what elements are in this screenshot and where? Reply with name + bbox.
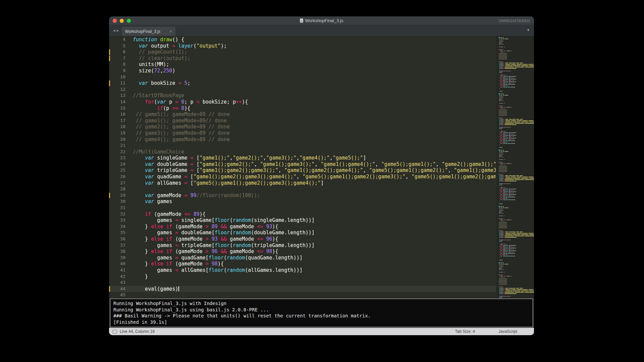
code-text: // game1(); gameMode=89// done — [125, 118, 227, 124]
code-line[interactable]: 17 // game1(); gameMode=89// done — [109, 118, 496, 124]
code-line[interactable]: 33 games = singleGame[floor(random(singl… — [109, 217, 496, 224]
console-output[interactable]: Running WorkshopFinal_3.js with Indesign… — [110, 299, 533, 327]
line-number: 38 — [109, 248, 125, 255]
forward-icon[interactable]: ▶ — [117, 29, 119, 32]
code-line[interactable]: 13//StartOfBookPage — [109, 93, 496, 99]
minimap-line — [498, 224, 533, 224]
code-line[interactable]: 44 eval(games) — [109, 286, 496, 292]
code-line[interactable]: 12 — [109, 86, 496, 93]
minimap-line — [498, 135, 533, 136]
code-text: var games — [125, 198, 172, 205]
minimap-line — [498, 89, 533, 90]
status-panel-icon[interactable] — [112, 330, 117, 334]
code-line[interactable]: 25 var tripleGame = ["game1();game2();ga… — [109, 167, 496, 174]
code-line[interactable]: 28 — [109, 186, 496, 192]
code-line[interactable]: 34 } else if (gameMode > 89 && gameMode … — [109, 224, 496, 230]
code-line[interactable]: 37 games = tripleGame[floor(random(tripl… — [109, 242, 496, 249]
code-line[interactable]: 22//MultiGameChoice — [109, 149, 496, 155]
minimap-line — [498, 203, 533, 204]
code-line[interactable]: 16 // game5(); gameMode=89 // done — [109, 111, 496, 118]
code-line[interactable]: 18 // game2(); gameMode=89 // done — [109, 124, 496, 130]
line-number: 26 — [109, 174, 125, 180]
tab-close-icon[interactable]: × — [169, 29, 172, 34]
code-line[interactable]: 5 var output = layer("output"); — [109, 43, 496, 49]
code-line[interactable]: 21 — [109, 142, 496, 149]
back-icon[interactable]: ◀ — [113, 29, 115, 32]
code-line[interactable]: 30 var games — [109, 198, 496, 205]
code-line[interactable]: 27 var allGames = ["game5();game1();game… — [109, 180, 496, 186]
code-line[interactable]: 7 // clear(output); — [109, 55, 496, 62]
minimap-line — [498, 230, 533, 231]
minimap-line — [498, 234, 533, 235]
tab-size-indicator[interactable]: Tab Size: 4 — [455, 329, 475, 334]
minimap-line — [498, 280, 533, 281]
minimap-line — [498, 91, 533, 92]
code-line[interactable]: 6 // pageCount(1); — [109, 49, 496, 55]
syntax-indicator[interactable]: JavaScript — [498, 329, 517, 334]
minimap-line — [498, 297, 533, 298]
code-line[interactable]: 26 var quadGame = ["game1();game2();game… — [109, 174, 496, 180]
minimap-line — [498, 246, 533, 247]
code-line[interactable]: 14 for(var p = 0; p < bookSize; p++){ — [109, 99, 496, 105]
minimap-line — [498, 75, 533, 75]
minimap-line — [498, 169, 533, 169]
code-line[interactable]: 35 games = doubleGame[floor(random(doubl… — [109, 230, 496, 236]
code-line[interactable]: 8 units(MM); — [109, 61, 496, 68]
minimap-line — [498, 65, 533, 66]
minimap-line — [498, 44, 533, 45]
code-text: } else if (gameMode > 93 && gameMode <= … — [125, 236, 278, 242]
line-number: 8 — [109, 61, 125, 68]
minimap-line — [498, 55, 533, 55]
code-line[interactable]: 11 var bookSize = 5; — [109, 80, 496, 86]
minimap-line — [498, 276, 533, 277]
code-line[interactable]: 24 var doubleGame = ["game1();game2();",… — [109, 161, 496, 168]
minimap-line — [498, 158, 533, 159]
line-number: 23 — [109, 155, 125, 161]
code-line[interactable]: 32 if (gameMode <= 89){ — [109, 211, 496, 218]
code-text: games = doubleGame[floor(random(doubleGa… — [125, 230, 315, 236]
minimap[interactable] — [496, 36, 534, 298]
minimap-line — [498, 265, 533, 266]
code-line[interactable]: 31 — [109, 205, 496, 211]
tab-workshopfinal3[interactable]: WorkshopFinal_3.js × — [122, 27, 175, 36]
minimap-line — [498, 108, 533, 109]
zoom-window-button[interactable] — [127, 19, 131, 23]
code-line[interactable]: 15 if(p >= 0){ — [109, 105, 496, 112]
code-line[interactable]: 23 var singleGame = ["game1();","game2()… — [109, 155, 496, 161]
minimap-line — [498, 214, 533, 215]
code-line[interactable]: 43 — [109, 280, 496, 286]
code-line[interactable]: 19 // game3(); gameMode=89 // done — [109, 130, 496, 136]
code-line[interactable]: 9 size(72,250) — [109, 68, 496, 74]
minimap-line — [498, 51, 533, 51]
code-text: units(MM); — [125, 61, 169, 68]
code-text: // game3(); gameMode=89 // done — [125, 130, 230, 136]
minimap-line — [498, 253, 533, 254]
code-lines[interactable]: 4function draw() {5 var output = layer("… — [109, 36, 496, 298]
code-text: } else if (gameMode > 89 && gameMode <= … — [125, 224, 278, 230]
code-line[interactable]: 39 games = quadGame[floor(random(quadGam… — [109, 255, 496, 261]
minimap-line — [498, 273, 533, 274]
minimap-line — [498, 207, 533, 208]
console-line: Running WorkshopFinal_3.js using basil.j… — [113, 307, 530, 313]
title-bar[interactable]: WorkshopFinal_3.js UNREGISTERED — [109, 16, 534, 25]
code-text: // clear(output); — [125, 55, 191, 62]
code-line[interactable]: 38 } else if (gameMode > 96 && gameMode … — [109, 248, 496, 255]
code-line[interactable]: 45 — [109, 292, 496, 298]
code-line[interactable]: 10 — [109, 74, 496, 80]
code-line[interactable]: 36 } else if (gameMode > 93 && gameMode … — [109, 236, 496, 242]
console-line: ### Basil Warning -> Please note that un… — [113, 313, 530, 319]
code-text — [125, 74, 133, 80]
line-number: 42 — [109, 274, 125, 280]
close-window-button[interactable] — [113, 19, 117, 23]
code-line[interactable]: 41 games = allGames[floor(random(allGame… — [109, 267, 496, 274]
line-number: 19 — [109, 130, 125, 136]
minimap-line — [498, 67, 533, 67]
code-line[interactable]: 42 } — [109, 274, 496, 280]
minimize-window-button[interactable] — [120, 19, 124, 23]
code-line[interactable]: 40 } else if (gameMode > 98){ — [109, 261, 496, 267]
code-line[interactable]: 20 // game4(); gameMode=89 // done — [109, 136, 496, 143]
code-line[interactable]: 4function draw() { — [109, 37, 496, 43]
minimap-line — [498, 292, 533, 293]
tab-overflow-icon[interactable]: ▼ — [527, 28, 530, 32]
code-line[interactable]: 29 var gameMode = 99//floor(random(100))… — [109, 192, 496, 199]
